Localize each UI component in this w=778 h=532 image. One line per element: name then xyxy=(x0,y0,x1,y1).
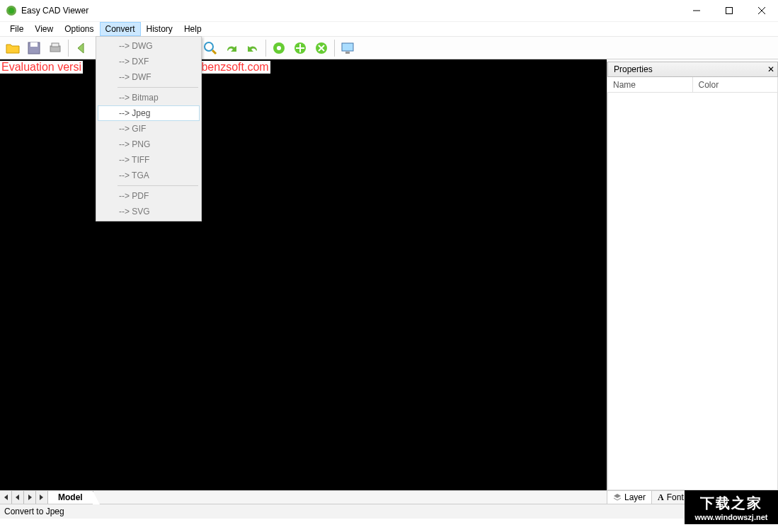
maximize-button[interactable] xyxy=(713,0,745,21)
svg-line-11 xyxy=(212,50,216,54)
dd-gif[interactable]: --> GIF xyxy=(98,121,200,137)
svg-rect-3 xyxy=(726,7,733,13)
undo-button[interactable] xyxy=(243,38,263,58)
menu-file[interactable]: File xyxy=(4,22,29,36)
svg-point-1 xyxy=(8,8,14,13)
panel-tab-font-label: Font xyxy=(667,492,684,502)
close-button[interactable] xyxy=(745,0,778,21)
menu-history[interactable]: History xyxy=(141,22,178,36)
properties-panel: Properties ✕ Name Color Layer A Font xyxy=(607,62,778,504)
tab-first-button[interactable] xyxy=(0,491,12,504)
tab-model[interactable]: Model xyxy=(48,491,93,504)
tab-last-button[interactable] xyxy=(36,491,48,504)
evaluation-text-left: Evaluation versi xyxy=(0,61,83,74)
properties-columns: Name Color xyxy=(607,77,778,93)
properties-close-button[interactable]: ✕ xyxy=(765,64,777,74)
open-button[interactable] xyxy=(3,38,23,58)
convert-dropdown: --> DWG --> DXF --> DWF --> Bitmap --> J… xyxy=(96,36,202,221)
titlebar: Easy CAD Viewer xyxy=(0,0,778,21)
zoom-search-button[interactable] xyxy=(200,38,220,58)
save-button[interactable] xyxy=(24,38,44,58)
gear1-button[interactable] xyxy=(269,38,289,58)
svg-point-13 xyxy=(277,46,281,50)
app-title: Easy CAD Viewer xyxy=(21,6,88,16)
svg-point-10 xyxy=(205,42,213,51)
drawing-canvas[interactable]: Evaluation versi .benzsoft.com xyxy=(0,59,607,490)
print-button[interactable] xyxy=(45,38,65,58)
dd-bitmap[interactable]: --> Bitmap xyxy=(98,90,200,105)
dd-separator xyxy=(118,87,198,88)
col-color[interactable]: Color xyxy=(693,77,779,92)
dd-tga[interactable]: --> TGA xyxy=(98,168,200,183)
panel-tab-layer[interactable]: Layer xyxy=(607,491,652,504)
watermark: 下载之家 www.windowszj.net xyxy=(685,490,778,524)
gear2-button[interactable] xyxy=(290,38,310,58)
minimize-button[interactable] xyxy=(680,0,713,21)
watermark-url: www.windowszj.net xyxy=(695,513,768,521)
redo-button[interactable] xyxy=(222,38,241,58)
dd-tiff[interactable]: --> TIFF xyxy=(98,152,200,168)
dd-separator xyxy=(118,185,198,186)
menubar: File View Options Convert History Help xyxy=(0,21,778,36)
dd-dxf[interactable]: --> DXF xyxy=(98,54,200,69)
font-icon: A xyxy=(658,492,664,503)
svg-rect-17 xyxy=(345,52,350,54)
dd-dwg[interactable]: --> DWG xyxy=(98,38,200,54)
back-button[interactable] xyxy=(71,38,91,58)
properties-title: Properties xyxy=(614,64,653,74)
menu-options[interactable]: Options xyxy=(59,22,99,36)
menu-view[interactable]: View xyxy=(29,22,59,36)
properties-body xyxy=(607,93,778,490)
dd-dwf[interactable]: --> DWF xyxy=(98,69,200,85)
evaluation-text-right: .benzsoft.com xyxy=(197,61,270,74)
monitor-button[interactable] xyxy=(338,38,357,58)
col-name[interactable]: Name xyxy=(607,77,693,92)
dd-pdf[interactable]: --> PDF xyxy=(98,188,200,204)
status-text: Convert to Jpeg xyxy=(4,507,64,516)
svg-rect-7 xyxy=(30,42,38,47)
properties-header: Properties ✕ xyxy=(607,62,778,77)
dd-png[interactable]: --> PNG xyxy=(98,137,200,152)
dd-svg[interactable]: --> SVG xyxy=(98,204,200,219)
app-icon xyxy=(6,5,17,16)
statusbar: Convert to Jpeg P xyxy=(0,504,778,519)
menu-help[interactable]: Help xyxy=(178,22,207,36)
menu-convert[interactable]: Convert xyxy=(100,22,141,36)
svg-rect-9 xyxy=(52,43,59,47)
tab-next-button[interactable] xyxy=(24,491,36,504)
svg-rect-16 xyxy=(342,43,353,51)
watermark-cn: 下载之家 xyxy=(700,494,762,513)
canvas-area: Evaluation versi .benzsoft.com Model xyxy=(0,59,607,504)
gear3-button[interactable] xyxy=(311,38,331,58)
dd-jpeg[interactable]: --> Jpeg xyxy=(98,105,200,121)
tab-prev-button[interactable] xyxy=(12,491,24,504)
layer-icon xyxy=(613,493,622,502)
panel-tab-layer-label: Layer xyxy=(624,492,646,502)
layout-tabs: Model xyxy=(0,490,607,504)
